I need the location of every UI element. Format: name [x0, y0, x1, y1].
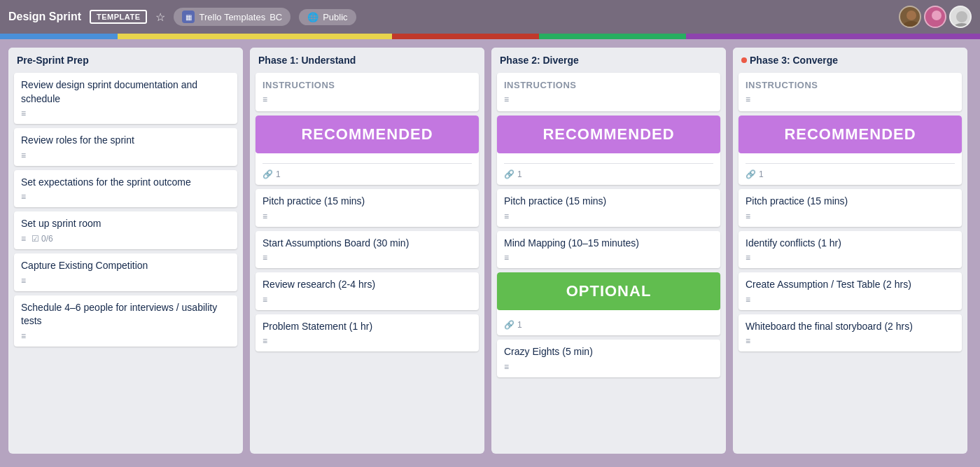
card-title: Pitch practice (15 mins)	[262, 195, 472, 209]
card-instructions-p1[interactable]: INSTRUCTIONS ≡	[255, 73, 479, 111]
banner-recommended-p2[interactable]: RECOMMENDED 🔗 1	[497, 116, 720, 185]
workspace-pill[interactable]: Trello Templates BC	[174, 8, 290, 26]
card-title: Problem Statement (1 hr)	[262, 320, 472, 334]
banner-inner: OPTIONAL	[497, 272, 720, 310]
card-setup-room[interactable]: Set up sprint room ≡ ☑ 0/6	[14, 211, 237, 249]
card-pitch-p2[interactable]: Pitch practice (15 mins) ≡	[497, 189, 720, 227]
desc-icon: ≡	[504, 95, 509, 104]
color-band	[0, 34, 980, 39]
card-review-roles[interactable]: Review roles for the sprint ≡	[14, 128, 237, 166]
board-columns: Pre-Sprint Prep Review design sprint doc…	[0, 34, 980, 467]
banner-sub: 🔗 1	[497, 312, 720, 335]
attachment-count: 🔗 1	[504, 167, 713, 179]
card-mind-mapping-p2[interactable]: Mind Mapping (10–15 minutes) ≡	[497, 231, 720, 269]
card-meta: ≡	[746, 336, 955, 346]
card-meta: ≡	[746, 211, 955, 221]
banner-recommended-p3[interactable]: RECOMMENDED 🔗 1	[738, 116, 962, 185]
card-capture-competition[interactable]: Capture Existing Competition ≡	[14, 253, 237, 291]
column-header-phase3: Phase 3: Converge	[733, 48, 967, 70]
star-icon[interactable]: ☆	[155, 11, 165, 24]
banner-inner: RECOMMENDED	[497, 116, 720, 153]
desc-icon: ≡	[21, 276, 26, 286]
card-meta: ≡	[21, 276, 230, 286]
card-meta: ≡	[262, 336, 472, 346]
card-problem-p1[interactable]: Problem Statement (1 hr) ≡	[255, 314, 479, 352]
template-badge[interactable]: TEMPLATE	[90, 10, 147, 24]
card-assumptions-p1[interactable]: Start Assumptions Board (30 min) ≡	[255, 231, 479, 269]
card-schedule-interviews[interactable]: Schedule 4–6 people for interviews / usa…	[14, 295, 237, 347]
attachment-num: 1	[517, 169, 522, 179]
card-assumption-table-p3[interactable]: Create Assumption / Test Table (2 hrs) ≡	[738, 272, 962, 310]
banner-label: RECOMMENDED	[746, 125, 955, 144]
svg-point-5	[953, 23, 970, 28]
checklist-count: 0/6	[41, 234, 53, 244]
instructions-label: INSTRUCTIONS	[262, 80, 472, 90]
card-meta: ≡	[262, 253, 472, 263]
card-meta: ≡	[746, 253, 955, 263]
workspace-code: BC	[270, 12, 282, 22]
banner-optional-p2[interactable]: OPTIONAL 🔗 1	[497, 272, 720, 335]
card-meta: ≡	[262, 95, 472, 104]
cards-container-phase2: INSTRUCTIONS ≡ RECOMMENDED 🔗 1	[491, 70, 726, 383]
card-meta: ≡	[21, 192, 230, 202]
column-header-left: Phase 3: Converge	[741, 55, 838, 66]
header-avatars	[899, 6, 972, 28]
column-phase3: Phase 3: Converge INSTRUCTIONS ≡ RECOMME…	[733, 48, 967, 454]
banner-recommended-p1[interactable]: RECOMMENDED 🔗 1	[255, 116, 479, 185]
column-header-left: Pre-Sprint Prep	[17, 55, 89, 66]
card-title: Set expectations for the sprint outcome	[21, 176, 230, 190]
visibility-pill[interactable]: 🌐 Public	[299, 9, 356, 25]
attachment-num: 1	[759, 169, 764, 179]
banner-sub: 🔗 1	[255, 155, 479, 185]
card-title: Mind Mapping (10–15 minutes)	[504, 237, 713, 251]
card-meta: ≡	[504, 253, 713, 263]
avatar-2[interactable]	[924, 6, 946, 28]
svg-point-2	[932, 11, 941, 20]
card-instructions-p2[interactable]: INSTRUCTIONS ≡	[497, 73, 720, 111]
card-crazy-eights-p2[interactable]: Crazy Eights (5 min) ≡	[497, 340, 720, 377]
card-review-docs[interactable]: Review design sprint documentation and s…	[14, 73, 237, 124]
cards-container-pre-sprint: Review design sprint documentation and s…	[8, 70, 243, 352]
banner-label: RECOMMENDED	[262, 125, 472, 144]
avatar-3[interactable]	[949, 6, 972, 28]
desc-icon: ≡	[262, 336, 267, 346]
attachment-count: 🔗 1	[262, 167, 472, 179]
desc-icon: ≡	[21, 331, 26, 341]
card-title: Review roles for the sprint	[21, 134, 230, 148]
attachment-icon: 🔗	[262, 169, 273, 179]
globe-icon: 🌐	[307, 12, 318, 22]
card-meta: ≡	[21, 331, 230, 341]
cards-container-phase1: INSTRUCTIONS ≡ RECOMMENDED 🔗 1	[250, 70, 484, 357]
banner-sub: 🔗 1	[738, 155, 962, 185]
desc-icon: ≡	[504, 362, 509, 372]
column-header-phase2: Phase 2: Diverge	[491, 48, 726, 70]
avatar-1[interactable]	[899, 6, 921, 28]
banner-divider	[262, 163, 472, 164]
card-set-expectations[interactable]: Set expectations for the sprint outcome …	[14, 170, 237, 208]
column-header-phase1: Phase 1: Understand	[250, 48, 484, 70]
desc-icon: ≡	[746, 211, 750, 221]
svg-point-0	[906, 11, 916, 20]
card-research-p1[interactable]: Review research (2-4 hrs) ≡	[255, 272, 479, 310]
svg-point-4	[956, 11, 967, 22]
card-title: Review design sprint documentation and s…	[21, 78, 230, 106]
card-title: Pitch practice (15 mins)	[746, 195, 955, 209]
card-meta: ≡	[504, 211, 713, 221]
workspace-name: Trello Templates	[199, 12, 265, 22]
desc-icon: ≡	[262, 95, 267, 104]
visibility-label: Public	[323, 12, 347, 22]
banner-divider	[746, 163, 955, 164]
card-title: Review research (2-4 hrs)	[262, 278, 472, 292]
card-instructions-p3[interactable]: INSTRUCTIONS ≡	[738, 73, 962, 111]
card-storyboard-p3[interactable]: Whiteboard the final storyboard (2 hrs) …	[738, 314, 962, 352]
card-title: Set up sprint room	[21, 217, 230, 231]
card-pitch-p3[interactable]: Pitch practice (15 mins) ≡	[738, 189, 962, 227]
card-pitch-p1[interactable]: Pitch practice (15 mins) ≡	[255, 189, 479, 227]
desc-icon: ≡	[262, 253, 267, 263]
card-conflicts-p3[interactable]: Identify conflicts (1 hr) ≡	[738, 231, 962, 269]
column-dot	[741, 57, 747, 63]
desc-icon: ≡	[504, 253, 509, 263]
attachment-num: 1	[517, 320, 522, 330]
cards-container-phase3: INSTRUCTIONS ≡ RECOMMENDED 🔗 1	[733, 70, 967, 357]
desc-icon: ≡	[746, 95, 750, 104]
